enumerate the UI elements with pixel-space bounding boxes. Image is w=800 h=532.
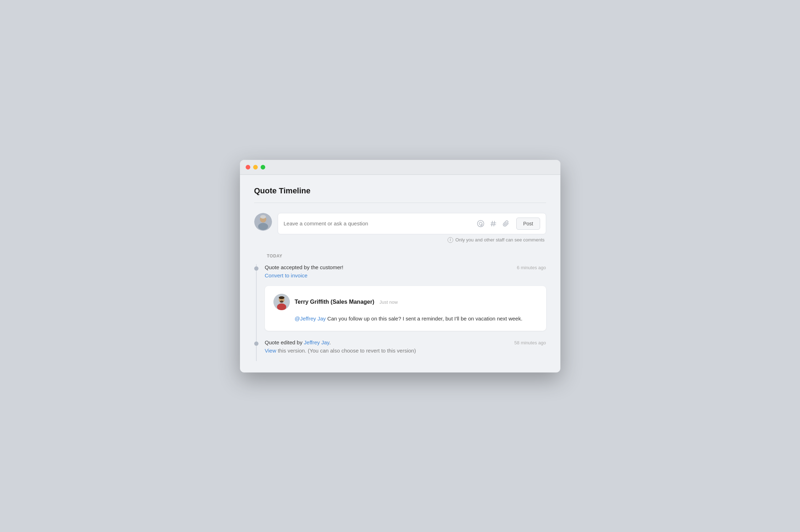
event-edited-body: Quote edited by Jeffrey Jay. View this v… bbox=[265, 339, 546, 354]
comment-input-wrapper[interactable]: Post bbox=[278, 213, 546, 234]
event-edited-content: Quote edited by Jeffrey Jay. View this v… bbox=[265, 339, 416, 354]
event-view-line: View this version. (You can also choose … bbox=[265, 348, 416, 354]
comment-author-info: Terry Griffith (Sales Manager) Just now bbox=[295, 299, 398, 305]
today-label: TODAY bbox=[267, 254, 546, 259]
commenter-name: Terry Griffith (Sales Manager) bbox=[295, 299, 375, 305]
comment-header: Terry Griffith (Sales Manager) Just now bbox=[273, 294, 538, 310]
commenter-avatar bbox=[273, 294, 290, 310]
comment-card: Terry Griffith (Sales Manager) Just now … bbox=[265, 286, 546, 331]
at-mention-button[interactable] bbox=[476, 219, 485, 228]
staff-note: i Only you and other staff can see comme… bbox=[254, 237, 546, 243]
event-accepted-body: Quote accepted by the customer! Convert … bbox=[265, 264, 546, 279]
timeline-events: Quote accepted by the customer! Convert … bbox=[254, 264, 546, 361]
svg-line-7 bbox=[494, 221, 495, 226]
svg-point-2 bbox=[260, 215, 266, 219]
info-icon: i bbox=[448, 237, 453, 243]
comment-input[interactable] bbox=[284, 220, 472, 226]
post-button[interactable]: Post bbox=[516, 218, 540, 230]
view-version-link[interactable]: View bbox=[265, 348, 276, 354]
timeline-dot-accepted bbox=[254, 266, 258, 271]
svg-point-5 bbox=[479, 222, 482, 225]
app-window: Quote Timeline bbox=[240, 160, 560, 372]
timeline-event-accepted: Quote accepted by the customer! Convert … bbox=[254, 264, 546, 286]
edit-prefix: Quote edited by bbox=[265, 339, 304, 345]
event-accepted-content: Quote accepted by the customer! Convert … bbox=[265, 264, 344, 279]
edit-author-link[interactable]: Jeffrey Jay bbox=[304, 339, 329, 345]
svg-line-6 bbox=[492, 221, 492, 226]
comment-icons bbox=[476, 219, 511, 228]
event-edited-text: Quote edited by Jeffrey Jay. bbox=[265, 339, 416, 345]
timeline-event-edited: Quote edited by Jeffrey Jay. View this v… bbox=[254, 339, 546, 361]
event-edited-time: 58 minutes ago bbox=[514, 340, 546, 345]
svg-point-12 bbox=[279, 296, 284, 299]
edit-suffix: . bbox=[329, 339, 331, 345]
timeline-section: TODAY Quote accepted by the customer! Co… bbox=[254, 254, 546, 361]
revert-note: this version. (You can also choose to re… bbox=[278, 348, 416, 354]
maximize-button[interactable] bbox=[261, 165, 265, 169]
comment-area: Post bbox=[254, 213, 546, 234]
convert-to-invoice-link[interactable]: Convert to invoice bbox=[265, 272, 308, 278]
event-accepted-time: 6 minutes ago bbox=[517, 265, 546, 270]
svg-point-13 bbox=[280, 301, 283, 303]
comment-card-wrapper: Terry Griffith (Sales Manager) Just now … bbox=[254, 286, 546, 331]
comment-mention: @Jeffrey Jay bbox=[295, 315, 326, 322]
comment-text: @Jeffrey Jay Can you follow up on this s… bbox=[295, 314, 538, 323]
titlebar bbox=[240, 160, 560, 175]
comment-body: Can you follow up on this sale? I sent a… bbox=[326, 315, 522, 322]
svg-point-3 bbox=[258, 223, 268, 230]
event-accepted-text: Quote accepted by the customer! bbox=[265, 264, 344, 270]
page-title: Quote Timeline bbox=[254, 186, 546, 195]
staff-note-text: Only you and other staff can see comment… bbox=[455, 237, 545, 242]
title-divider bbox=[254, 203, 546, 203]
close-button[interactable] bbox=[246, 165, 250, 169]
commenter-time: Just now bbox=[380, 299, 398, 305]
current-user-avatar bbox=[254, 213, 272, 231]
main-content: Quote Timeline bbox=[240, 175, 560, 372]
timeline-dot-edited bbox=[254, 341, 258, 346]
attachment-button[interactable] bbox=[502, 219, 511, 228]
minimize-button[interactable] bbox=[253, 165, 258, 169]
hashtag-button[interactable] bbox=[489, 219, 498, 228]
